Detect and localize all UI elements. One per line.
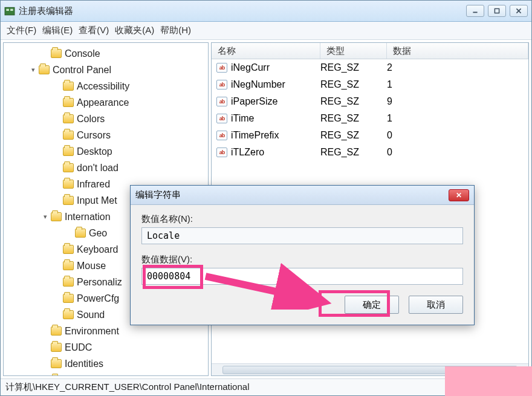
- menu-favorites[interactable]: 收藏夹(A): [115, 25, 154, 36]
- list-row[interactable]: abiNegCurrREG_SZ2: [212, 59, 528, 76]
- watermark-block: [445, 366, 532, 396]
- folder-icon: [63, 196, 74, 205]
- tree-label: Identities: [65, 359, 103, 369]
- svg-rect-2: [10, 9, 13, 11]
- tree-label: Control Panel: [53, 65, 111, 76]
- minimize-button[interactable]: [466, 5, 484, 17]
- value-name-field: [141, 227, 463, 244]
- folder-icon: [39, 65, 50, 74]
- folder-icon: [51, 359, 62, 368]
- status-path: 计算机\HKEY_CURRENT_USER\Control Panel\Inte…: [5, 381, 249, 393]
- value-type: REG_SZ: [320, 79, 387, 90]
- col-header-data[interactable]: 数据: [387, 43, 528, 59]
- titlebar[interactable]: 注册表编辑器: [1, 1, 531, 22]
- string-value-icon: ab: [216, 148, 227, 157]
- value-name: iPaperSize: [231, 96, 277, 107]
- value-data: 1: [387, 79, 528, 90]
- menu-file[interactable]: 文件(F): [7, 25, 36, 36]
- value-type: REG_SZ: [320, 130, 387, 141]
- svg-rect-1: [6, 9, 9, 11]
- tree-label: PowerCfg: [77, 293, 119, 304]
- dialog-close-button[interactable]: ✕: [449, 189, 469, 201]
- list-row[interactable]: abiPaperSizeREG_SZ9: [212, 93, 528, 110]
- value-data: 1: [387, 113, 528, 124]
- tree-item[interactable]: EUDC: [4, 339, 208, 355]
- tree-item[interactable]: ▾Control Panel: [4, 62, 208, 78]
- tree-label: Internation: [65, 212, 111, 222]
- app-icon: [4, 5, 15, 16]
- tree-item[interactable]: Identities: [4, 355, 208, 372]
- tree-label: Accessibility: [77, 81, 129, 92]
- close-button[interactable]: [510, 5, 528, 17]
- tree-label: don't load: [77, 163, 118, 174]
- tree-item[interactable]: Console: [4, 45, 208, 62]
- value-data: 2: [387, 62, 528, 73]
- value-type: REG_SZ: [320, 147, 387, 158]
- list-header[interactable]: 名称 类型 数据: [212, 43, 528, 59]
- tree-item[interactable]: Keyboard Layout: [4, 372, 208, 375]
- edit-string-dialog: 编辑字符串 ✕ 数值名称(N): 数值数据(V): 确定 取消: [130, 185, 475, 325]
- tree-label: Keyboard: [77, 244, 118, 255]
- col-header-name[interactable]: 名称: [212, 43, 320, 59]
- tree-label: Environment: [65, 326, 119, 337]
- tree-label: Appearance: [77, 97, 129, 108]
- ok-button[interactable]: 确定: [345, 296, 399, 314]
- list-row[interactable]: abiTLZeroREG_SZ0: [212, 144, 528, 161]
- tree-label: Infrared: [77, 179, 110, 190]
- tree-label: Geo: [89, 228, 107, 239]
- folder-icon: [51, 343, 62, 352]
- folder-icon: [75, 229, 86, 238]
- folder-icon: [63, 147, 74, 156]
- tree-label: Desktop: [77, 146, 112, 157]
- tree-item[interactable]: Colors: [4, 111, 208, 127]
- string-value-icon: ab: [216, 97, 227, 106]
- folder-icon: [63, 261, 74, 270]
- list-row[interactable]: abiNegNumberREG_SZ1: [212, 76, 528, 93]
- tree-label: Colors: [77, 114, 105, 125]
- list-row[interactable]: abiTimeREG_SZ1: [212, 110, 528, 127]
- tree-label: Input Met: [77, 195, 117, 206]
- folder-icon: [63, 98, 74, 107]
- folder-icon: [63, 180, 74, 189]
- value-data-field[interactable]: [141, 268, 463, 285]
- tree-item[interactable]: Cursors: [4, 127, 208, 143]
- svg-rect-4: [495, 8, 499, 13]
- list-row[interactable]: abiTimePrefixREG_SZ0: [212, 127, 528, 144]
- col-header-type[interactable]: 类型: [320, 43, 387, 59]
- folder-icon: [51, 326, 62, 336]
- tree-item[interactable]: Desktop: [4, 143, 208, 160]
- tree-item[interactable]: Appearance: [4, 94, 208, 111]
- svg-rect-0: [5, 7, 15, 15]
- value-name: iTime: [231, 113, 255, 124]
- dialog-titlebar[interactable]: 编辑字符串 ✕: [131, 186, 474, 205]
- menu-edit[interactable]: 编辑(E): [42, 25, 73, 36]
- value-name: iNegCurr: [231, 62, 270, 73]
- folder-icon: [63, 131, 74, 140]
- tree-label: Console: [65, 48, 100, 59]
- tree-label: Mouse: [77, 261, 106, 271]
- string-value-icon: ab: [216, 131, 227, 140]
- tree-label: Personaliz: [77, 277, 122, 288]
- tree-label: Cursors: [77, 130, 111, 141]
- menu-view[interactable]: 查看(V): [79, 25, 109, 36]
- string-value-icon: ab: [216, 114, 227, 123]
- folder-icon: [51, 49, 62, 58]
- value-name-label: 数值名称(N):: [141, 213, 463, 225]
- tree-label: EUDC: [65, 342, 92, 353]
- tree-label: Keyboard Layout: [65, 375, 138, 376]
- cancel-button[interactable]: 取消: [409, 296, 463, 314]
- value-data: 9: [387, 96, 528, 107]
- folder-icon: [63, 114, 74, 123]
- tree-item[interactable]: Accessibility: [4, 78, 208, 94]
- folder-icon: [63, 245, 74, 254]
- value-type: REG_SZ: [320, 62, 387, 73]
- menu-help[interactable]: 帮助(H): [160, 25, 191, 36]
- tree-item[interactable]: Environment: [4, 323, 208, 339]
- value-data-label: 数值数据(V):: [141, 254, 463, 265]
- dialog-title: 编辑字符串: [135, 189, 181, 201]
- tree-item[interactable]: don't load: [4, 160, 208, 176]
- tree-label: Sound: [77, 310, 105, 320]
- value-name: iTLZero: [231, 147, 264, 158]
- folder-icon: [63, 310, 74, 319]
- maximize-button[interactable]: [488, 5, 506, 17]
